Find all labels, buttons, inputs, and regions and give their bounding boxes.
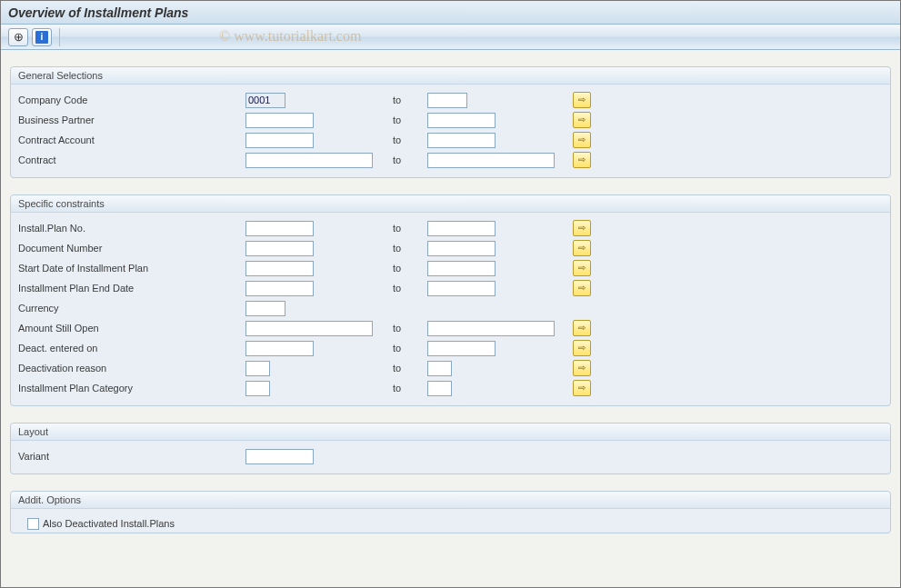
arrow-right-icon: ⇨ [578,155,586,164]
execute-button[interactable]: ⊕ [8,28,28,46]
label-category: Installment Plan Category [18,383,245,394]
label-deact-reason: Deactivation reason [18,363,245,374]
arrow-right-icon: ⇨ [578,344,586,353]
multi-select-button[interactable]: ⇨ [573,220,591,236]
execute-icon: ⊕ [14,30,24,44]
multi-select-button[interactable]: ⇨ [573,340,591,356]
to-text: to [391,323,427,334]
doc-no-low-input[interactable] [245,241,314,256]
multi-select-button[interactable]: ⇨ [573,320,591,336]
end-date-high-input[interactable] [427,281,496,296]
arrow-right-icon: ⇨ [578,244,586,253]
arrow-right-icon: ⇨ [578,284,586,293]
end-date-low-input[interactable] [245,281,314,296]
deact-on-low-input[interactable] [245,341,314,356]
to-text: to [391,343,427,354]
to-text: to [391,263,427,274]
arrow-right-icon: ⇨ [578,224,586,233]
row-currency: Currency [18,298,883,318]
multi-select-button[interactable]: ⇨ [573,112,591,128]
group-specific-constraints: Specific constraints Install.Plan No. to… [10,194,891,406]
variant-input[interactable] [245,449,314,464]
row-deact-reason: Deactivation reason to ⇨ [18,358,883,378]
content-area: General Selections Company Code to ⇨ Bus… [1,50,900,587]
to-text: to [391,223,427,234]
app-toolbar: ⊕ i [1,25,900,50]
business-partner-low-input[interactable] [245,113,314,128]
plan-no-low-input[interactable] [245,221,314,236]
row-variant: Variant [18,446,883,466]
contract-low-input[interactable] [245,153,373,168]
group-general-selections: General Selections Company Code to ⇨ Bus… [10,66,891,178]
row-amount-open: Amount Still Open to ⇨ [18,318,883,338]
to-text: to [391,363,427,374]
multi-select-button[interactable]: ⇨ [573,152,591,168]
amount-open-low-input[interactable] [245,321,373,336]
business-partner-high-input[interactable] [427,113,496,128]
label-company-code: Company Code [18,95,245,105]
row-deact-on: Deact. entered on to ⇨ [18,338,883,358]
to-text: to [391,95,427,105]
row-start-date: Start Date of Installment Plan to ⇨ [18,258,883,278]
row-category: Installment Plan Category to ⇨ [18,378,883,398]
deact-reason-high-input[interactable] [427,361,452,376]
category-low-input[interactable] [245,381,270,396]
multi-select-button[interactable]: ⇨ [573,280,591,296]
label-contract-account: Contract Account [18,135,245,145]
company-code-low-input[interactable] [245,93,285,108]
start-date-low-input[interactable] [245,261,314,276]
group-title: General Selections [11,67,890,85]
arrow-right-icon: ⇨ [578,135,586,145]
label-business-partner: Business Partner [18,115,245,125]
toolbar-divider [59,28,60,46]
arrow-right-icon: ⇨ [578,115,586,125]
arrow-right-icon: ⇨ [578,324,586,333]
deact-reason-low-input[interactable] [245,361,270,376]
multi-select-button[interactable]: ⇨ [573,132,591,148]
multi-select-button[interactable]: ⇨ [573,92,591,108]
row-also-deactivated: Also Deactivated Install.Plans [18,514,883,533]
arrow-right-icon: ⇨ [578,384,586,393]
arrow-right-icon: ⇨ [578,264,586,273]
row-business-partner: Business Partner to ⇨ [18,110,883,130]
multi-select-button[interactable]: ⇨ [573,240,591,256]
multi-select-button[interactable]: ⇨ [573,380,591,396]
currency-input[interactable] [245,301,285,316]
contract-account-high-input[interactable] [427,133,496,148]
row-contract-account: Contract Account to ⇨ [18,130,883,150]
plan-no-high-input[interactable] [427,221,496,236]
group-title: Specific constraints [11,195,890,213]
amount-open-high-input[interactable] [427,321,555,336]
contract-account-low-input[interactable] [245,133,314,148]
label-doc-no: Document Number [18,243,245,254]
label-start-date: Start Date of Installment Plan [18,263,245,274]
arrow-right-icon: ⇨ [578,364,586,373]
group-title: Addit. Options [11,492,890,509]
category-high-input[interactable] [427,381,452,396]
start-date-high-input[interactable] [427,261,496,276]
label-end-date: Installment Plan End Date [18,283,245,294]
row-company-code: Company Code to ⇨ [18,90,883,110]
doc-no-high-input[interactable] [427,241,496,256]
row-plan-no: Install.Plan No. to ⇨ [18,218,883,238]
row-contract: Contract to ⇨ [18,150,883,170]
to-text: to [391,115,427,125]
to-text: to [391,154,427,165]
to-text: to [391,283,427,294]
arrow-right-icon: ⇨ [578,95,586,105]
label-variant: Variant [18,451,245,462]
to-text: to [391,383,427,394]
row-end-date: Installment Plan End Date to ⇨ [18,278,883,298]
group-layout: Layout Variant [10,423,891,474]
multi-select-button[interactable]: ⇨ [573,360,591,376]
to-text: to [391,243,427,254]
deact-on-high-input[interactable] [427,341,496,356]
to-text: to [391,135,427,145]
multi-select-button[interactable]: ⇨ [573,260,591,276]
contract-high-input[interactable] [427,153,555,168]
row-doc-no: Document Number to ⇨ [18,238,883,258]
info-button[interactable]: i [32,28,52,46]
info-icon: i [35,31,48,44]
company-code-high-input[interactable] [427,93,467,108]
also-deactivated-checkbox[interactable] [27,518,39,530]
